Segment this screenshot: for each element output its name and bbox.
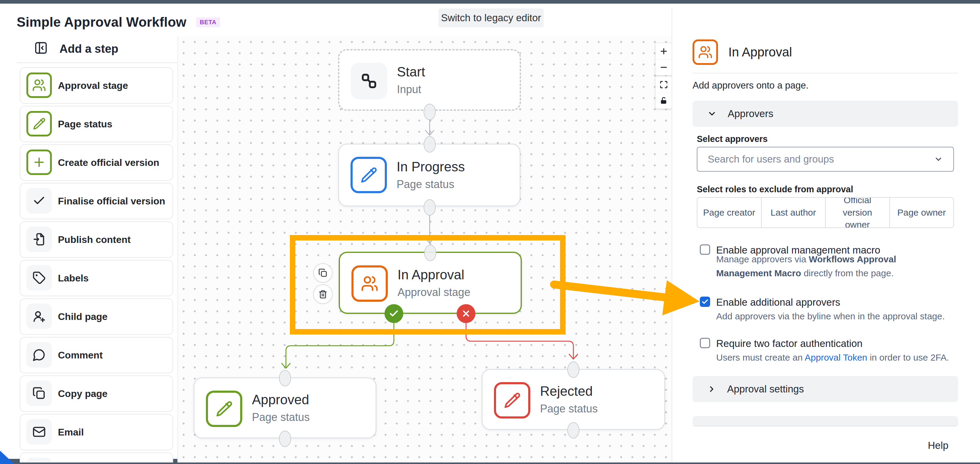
background-top-bar [0, 0, 980, 4]
users-icon [26, 72, 52, 98]
sidebar-item-label: Copy page [58, 388, 108, 399]
check-icon [26, 188, 52, 214]
node-subtitle: Approval stage [398, 286, 470, 299]
role-page-owner[interactable]: Page owner [889, 198, 954, 228]
copy-icon [26, 381, 52, 406]
connector-port[interactable] [567, 362, 579, 378]
page-title: Simple Approval Workflow [17, 14, 186, 30]
connector-port[interactable] [424, 245, 436, 261]
sidebar-item-approval-stage[interactable]: Approval stage [20, 67, 173, 104]
collapsed-section-partial[interactable] [692, 416, 958, 426]
connector-port[interactable] [567, 422, 579, 438]
duplicate-node-button[interactable] [313, 263, 332, 283]
sidebar-item-partial[interactable] [20, 453, 173, 462]
unlock-icon[interactable] [655, 92, 672, 108]
chevron-down-icon [707, 109, 717, 119]
help-link[interactable]: Help [928, 440, 948, 451]
connector-port[interactable] [423, 104, 436, 120]
zoom-in-icon[interactable] [655, 43, 672, 59]
delete-node-button[interactable] [313, 284, 332, 304]
users-icon [692, 40, 718, 65]
enable-additional-approvers-description: Add approvers via the byline when in the… [716, 309, 965, 323]
sidebar-item-label: Child page [58, 311, 108, 322]
approvers-expander[interactable]: Approvers [692, 101, 958, 127]
sidebar-item-child-page[interactable]: Child page [20, 298, 173, 335]
reject-branch-icon[interactable] [457, 304, 476, 323]
panel-divider [692, 73, 958, 73]
panel-title: In Approval [728, 45, 792, 59]
sidebar-item-labels[interactable]: Labels [20, 260, 173, 296]
workflow-editor-modal: Simple Approval Workflow BETA Switch to … [0, 4, 980, 459]
sidebar-item-label: Create official version [58, 157, 159, 168]
node-title: Approved [252, 392, 310, 407]
sidebar-item-finalise-official-version[interactable]: Finalise official version [20, 183, 173, 219]
connector-port[interactable] [423, 199, 436, 215]
users-icon [352, 265, 388, 302]
node-rejected[interactable]: Rejected Page status [482, 369, 665, 430]
approve-branch-icon[interactable] [385, 304, 403, 323]
check-icon [702, 298, 709, 305]
node-in-progress[interactable]: In Progress Page status [338, 144, 520, 206]
enable-additional-approvers-checkbox[interactable] [700, 297, 710, 307]
collapse-sidebar-icon[interactable] [34, 41, 48, 56]
workflow-editor: Simple Approval Workflow BETA Switch to … [0, 0, 980, 464]
connector-port[interactable] [423, 136, 436, 153]
chevron-down-icon [934, 155, 943, 164]
canvas-zoom-controls [655, 43, 672, 75]
pencil-icon [206, 391, 242, 427]
sidebar-title: Add a step [59, 43, 118, 56]
sidebar-divider [17, 62, 177, 63]
mail-icon [26, 419, 52, 445]
node-start[interactable]: Start Input [338, 49, 521, 111]
enable-macro-checkbox[interactable] [700, 244, 710, 255]
fit-view-icon[interactable] [655, 77, 672, 92]
sidebar-item-page-status[interactable]: Page status [20, 106, 173, 142]
canvas-view-controls [655, 76, 672, 109]
chevron-right-icon [707, 384, 716, 394]
trash-icon [318, 290, 328, 299]
pencil-icon [494, 382, 530, 418]
role-official-version-owner[interactable]: Official version owner [825, 198, 889, 228]
sidebar-item-email[interactable]: Email [20, 414, 173, 450]
node-approved[interactable]: Approved Page status [194, 378, 376, 438]
tag-icon [26, 265, 52, 290]
sidebar-item-label: Approval stage [58, 80, 128, 91]
exclude-roles-group: Page creator Last author Official versio… [697, 197, 954, 228]
node-title: In Approval [398, 267, 470, 282]
sidebar-item-label: Comment [58, 350, 103, 361]
zoom-out-icon[interactable] [655, 59, 672, 75]
switch-legacy-editor-button[interactable]: Switch to legacy editor [439, 8, 544, 27]
plus-icon [26, 150, 52, 175]
approval-token-link[interactable]: Approval Token [805, 352, 867, 362]
sidebar-item-publish-content[interactable]: Publish content [20, 222, 173, 258]
enable-additional-approvers-label: Enable additional approvers [716, 297, 840, 308]
approvers-search-input[interactable] [707, 153, 934, 165]
sidebar-item-comment[interactable]: Comment [20, 337, 173, 373]
approvers-select[interactable] [697, 147, 954, 172]
sidebar-item-label: Labels [58, 273, 89, 284]
hidden-icon [26, 458, 52, 462]
sidebar-item-label: Publish content [58, 234, 131, 246]
pencil-icon [350, 157, 387, 193]
require-2fa-checkbox[interactable] [700, 338, 710, 348]
node-title: Rejected [540, 384, 598, 399]
role-page-creator[interactable]: Page creator [697, 198, 761, 228]
node-title: In Progress [397, 159, 465, 174]
connector-port[interactable] [279, 370, 291, 386]
approval-settings-expander[interactable]: Approval settings [692, 376, 958, 402]
node-subtitle: Page status [252, 411, 310, 424]
beta-badge: BETA [196, 17, 220, 27]
enable-macro-description: Manage approvers via Workflows Approval … [716, 252, 947, 280]
connector-port[interactable] [279, 431, 291, 447]
workflow-icon [351, 63, 387, 99]
role-last-author[interactable]: Last author [761, 198, 826, 228]
require-2fa-description: Users must create an Approval Token in o… [716, 351, 971, 365]
sidebar-item-label: Email [58, 427, 84, 438]
node-title: Start [397, 64, 425, 80]
add-step-sidebar: Approval stage Page status Create offici… [9, 64, 178, 462]
sidebar-item-create-official-version[interactable]: Create official version [20, 144, 173, 181]
approval-settings-label: Approval settings [727, 383, 804, 395]
pencil-icon [26, 111, 52, 137]
sidebar-item-label: Finalise official version [58, 196, 165, 207]
sidebar-item-copy-page[interactable]: Copy page [20, 375, 173, 412]
